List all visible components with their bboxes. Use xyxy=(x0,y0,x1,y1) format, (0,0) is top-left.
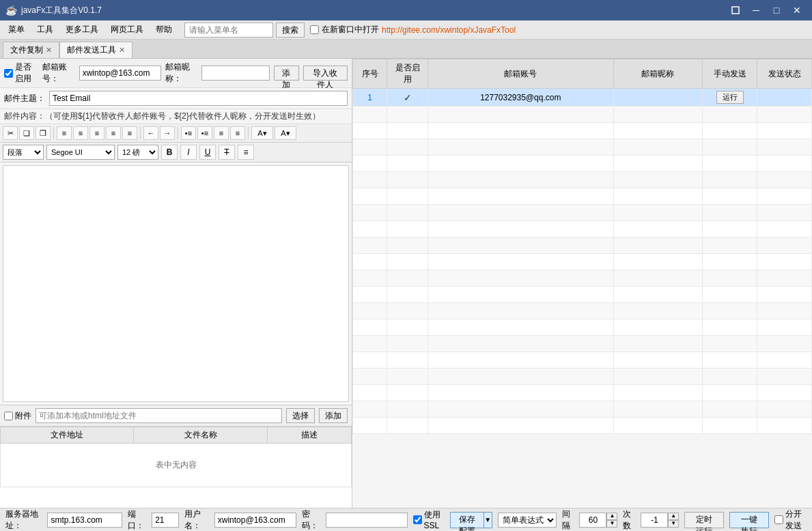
align-justify-button[interactable]: ≡ xyxy=(106,126,121,140)
email-account-input[interactable]: xwintop@163.com xyxy=(79,66,161,81)
indent-right-button[interactable]: → xyxy=(160,126,175,140)
count-up[interactable]: ▲ xyxy=(668,513,679,520)
count-input[interactable]: -1 xyxy=(641,513,668,528)
sep4 xyxy=(248,127,249,139)
cell-account: 1277032935@qq.com xyxy=(428,89,614,106)
font-select[interactable]: Segoe UI xyxy=(46,145,115,160)
subject-input[interactable]: Test Email xyxy=(49,91,348,106)
align-extra-button[interactable]: ≡ xyxy=(122,126,137,140)
list-extra-button[interactable]: ≡ xyxy=(214,126,229,140)
interval-up[interactable]: ▲ xyxy=(606,513,617,520)
timer-run-button[interactable]: 定时运行 xyxy=(684,512,724,528)
count-label: 次数 xyxy=(623,508,635,532)
indent-left-button[interactable]: ← xyxy=(143,126,158,140)
font-size-select[interactable]: 12 磅 xyxy=(117,145,158,160)
sep2 xyxy=(140,127,141,139)
menu-bar: 菜单 工具 更多工具 网页工具 帮助 搜索 在新窗口中打开 http://git… xyxy=(0,20,812,40)
svg-rect-0 xyxy=(732,7,739,14)
run-button[interactable]: 运行 xyxy=(716,91,744,104)
save-config-arrow[interactable]: ▼ xyxy=(484,512,492,528)
table-row xyxy=(353,385,812,401)
list-extra2-button[interactable]: ≡ xyxy=(230,126,245,140)
font-color-button[interactable]: A▾ xyxy=(251,126,273,140)
import-recipients-button[interactable]: 导入收件人 xyxy=(303,66,348,81)
editor-toolbar: ✂ ❑ ❒ ≡ ≡ ≡ ≡ ≡ ← → •≡ •≡ ≡ ≡ A▾ A▾ xyxy=(0,124,352,143)
menu-item-more-tools[interactable]: 更多工具 xyxy=(60,22,104,38)
right-panel: 序号 是否启用 邮箱账号 邮箱昵称 手动发送 发送状态 1 ✓ 12770329… xyxy=(352,59,812,508)
table-row xyxy=(353,336,812,352)
cell-nickname xyxy=(613,89,702,106)
interval-down[interactable]: ▼ xyxy=(606,520,617,528)
menu-item-tools[interactable]: 工具 xyxy=(31,22,59,38)
table-row xyxy=(353,369,812,385)
menu-item-help[interactable]: 帮助 xyxy=(150,22,178,38)
enable-checkbox[interactable] xyxy=(4,69,13,78)
col-nickname: 邮箱昵称 xyxy=(613,59,702,89)
gitee-link[interactable]: http://gitee.com/xwintop/xJavaFxTool xyxy=(382,25,516,35)
restore-button[interactable]: □ xyxy=(767,1,786,20)
save-config-button[interactable]: 保存配置 xyxy=(450,512,484,528)
one-key-button[interactable]: 一键执行 xyxy=(729,512,769,528)
add-account-button[interactable]: 添加 xyxy=(274,66,299,81)
ssl-checkbox[interactable] xyxy=(413,515,422,524)
bottom-bar: 服务器地址： smtp.163.com 端口： 21 用户名： xwintop@… xyxy=(0,508,812,531)
server-input[interactable]: smtp.163.com xyxy=(47,513,122,528)
table-row xyxy=(353,106,812,123)
mode-select[interactable]: 简单表达式 xyxy=(498,513,557,528)
cell-enabled: ✓ xyxy=(387,89,428,106)
editor-area[interactable] xyxy=(3,165,349,402)
attachment-checkbox[interactable] xyxy=(4,412,13,420)
count-arrows: ▲ ▼ xyxy=(668,513,679,528)
search-input[interactable] xyxy=(184,23,273,38)
align-center-button[interactable]: ≡ xyxy=(73,126,88,140)
table-row xyxy=(353,401,812,418)
port-input[interactable]: 21 xyxy=(152,513,179,528)
tab-file-copy[interactable]: 文件复制 ✕ xyxy=(3,42,59,58)
split-send-checkbox[interactable] xyxy=(774,515,783,524)
minimize-button[interactable]: ─ xyxy=(746,1,766,20)
copy-button[interactable]: ❑ xyxy=(19,126,34,140)
paragraph-select[interactable]: 段落 xyxy=(3,145,44,160)
username-input[interactable]: xwintop@163.com xyxy=(214,513,296,528)
user-label: 用户名： xyxy=(184,508,209,532)
bold-button[interactable]: B xyxy=(161,145,178,160)
attachment-row: 附件 选择 添加 xyxy=(0,405,352,426)
italic-button[interactable]: I xyxy=(180,145,197,160)
tab-file-copy-close[interactable]: ✕ xyxy=(46,46,52,55)
password-input[interactable] xyxy=(326,513,408,528)
select-file-button[interactable]: 选择 xyxy=(286,408,315,423)
align-left-button[interactable]: ≡ xyxy=(57,126,72,140)
file-table-empty: 表中无内容 xyxy=(6,446,346,485)
sep1 xyxy=(53,127,54,139)
enable-label: 是否启用 xyxy=(4,61,38,85)
file-table: 文件地址 文件名称 描述 表中无内容 xyxy=(0,427,352,487)
search-button[interactable]: 搜索 xyxy=(276,23,305,38)
interval-input[interactable]: 60 xyxy=(579,513,606,528)
new-window-checkbox[interactable] xyxy=(310,25,319,34)
cut-button[interactable]: ✂ xyxy=(3,126,18,140)
table-row xyxy=(353,205,812,221)
paste-button[interactable]: ❒ xyxy=(36,126,51,140)
list-unordered-button[interactable]: •≡ xyxy=(181,126,196,140)
table-row xyxy=(353,270,812,287)
count-down[interactable]: ▼ xyxy=(668,520,679,528)
table-row xyxy=(353,221,812,238)
align-right-button[interactable]: ≡ xyxy=(89,126,104,140)
list-ordered-button[interactable]: •≡ xyxy=(197,126,212,140)
maximize-button[interactable] xyxy=(726,1,745,20)
menu-item-main[interactable]: 菜单 xyxy=(3,22,30,38)
attachment-path-input[interactable] xyxy=(36,408,282,423)
font-size-button[interactable]: A▾ xyxy=(275,126,296,140)
strikethrough-button[interactable]: T xyxy=(219,145,235,160)
split-send-label: 分开发送 xyxy=(774,508,807,532)
tab-email-tool-close[interactable]: ✕ xyxy=(119,46,125,55)
underline-button[interactable]: U xyxy=(199,145,216,160)
table-row xyxy=(353,123,812,139)
table-row xyxy=(353,287,812,303)
email-nickname-input[interactable] xyxy=(201,66,270,81)
add-file-button[interactable]: 添加 xyxy=(319,408,348,423)
close-button[interactable]: ✕ xyxy=(787,1,807,20)
menu-item-web-tools[interactable]: 网页工具 xyxy=(105,22,149,38)
tab-email-tool[interactable]: 邮件发送工具 ✕ xyxy=(59,42,132,58)
text-align-button[interactable]: ≡ xyxy=(238,145,254,160)
